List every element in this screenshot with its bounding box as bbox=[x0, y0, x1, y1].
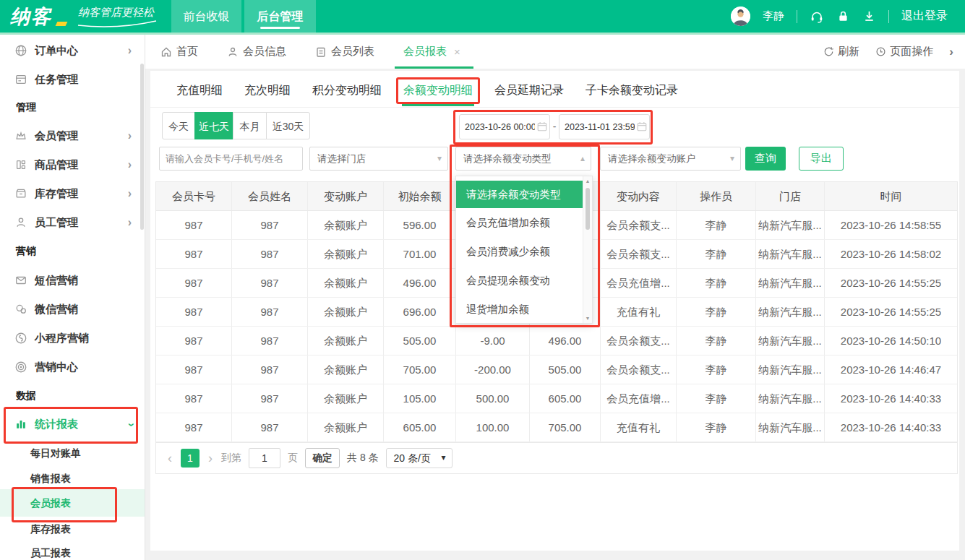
sidebar-section-marketing: 营销 bbox=[0, 238, 145, 264]
sidebar-subitem-daily-statement[interactable]: 每日对账单 bbox=[0, 440, 145, 466]
logo-accent-mark bbox=[56, 22, 68, 26]
subtab-active-underline bbox=[402, 104, 474, 106]
sidebar-item-goods-management[interactable]: 商品管理 › bbox=[0, 152, 145, 178]
subtab-recharge-detail[interactable]: 充值明细 bbox=[176, 83, 223, 98]
sidebar-item-member-management[interactable]: 会员管理 › bbox=[0, 123, 145, 149]
quick-range-this-month[interactable]: 本月 bbox=[233, 112, 267, 139]
slogan-swoosh-icon bbox=[77, 20, 158, 27]
brand-slogan: 纳客管店更轻松 bbox=[78, 6, 154, 20]
goto-page-input[interactable] bbox=[249, 448, 280, 468]
quick-range-group: 今天 近七天 本月 近30天 bbox=[162, 112, 310, 139]
balance-change-type-dropdown: 请选择余额变动类型 会员充值增加余额 会员消费减少余额 会员提现余额变动 退货增… bbox=[455, 176, 593, 324]
clipboard-icon bbox=[315, 46, 327, 58]
prev-page-button[interactable]: ‹ bbox=[166, 451, 173, 466]
store-select[interactable]: 请选择门店 ▾ bbox=[309, 147, 448, 171]
chevron-right-icon: › bbox=[128, 152, 132, 178]
sidebar-item-wechat-marketing[interactable]: 微信营销 bbox=[0, 296, 145, 322]
report-subtabs: 充值明细 充次明细 积分变动明细 余额变动明细 会员延期记录 子卡余额变动记录 bbox=[176, 77, 678, 104]
crown-icon bbox=[14, 129, 27, 142]
inventory-box-icon bbox=[14, 187, 27, 200]
scrollbar-thumb[interactable] bbox=[586, 188, 590, 230]
user-avatar[interactable] bbox=[731, 7, 750, 26]
balance-change-account-select[interactable]: 请选择余额变动账户 ▾ bbox=[600, 147, 741, 171]
dropdown-option[interactable]: 退货增加余额 bbox=[456, 295, 583, 324]
tab-member-list[interactable]: 会员列表 bbox=[315, 35, 374, 69]
home-icon bbox=[160, 46, 172, 58]
col-member-name: 会员姓名 bbox=[232, 182, 308, 210]
page-operations-icon bbox=[875, 46, 886, 57]
chevron-down-icon: › bbox=[118, 423, 144, 426]
dropdown-option[interactable]: 会员消费减少余额 bbox=[456, 237, 583, 266]
member-search-input[interactable] bbox=[159, 147, 303, 171]
dropdown-scrollbar: ▲ ▼ bbox=[583, 176, 592, 323]
dropdown-option[interactable]: 会员提现余额变动 bbox=[456, 266, 583, 295]
header-right-cluster: 李静 退出登录 bbox=[731, 0, 965, 33]
chevron-right-icon: › bbox=[128, 38, 132, 64]
close-icon[interactable]: × bbox=[454, 46, 460, 58]
person-icon bbox=[14, 216, 27, 229]
sidebar-item-marketing-center[interactable]: 营销中心 bbox=[0, 354, 145, 380]
nav-backend-admin[interactable]: 后台管理 bbox=[244, 0, 316, 33]
sidebar-subitem-member-report[interactable]: 会员报表 bbox=[0, 489, 145, 517]
subtab-divider bbox=[150, 107, 959, 108]
col-change-content: 变动内容 bbox=[601, 182, 677, 210]
goto-confirm-button[interactable]: 确定 bbox=[305, 448, 340, 468]
next-page-button[interactable]: › bbox=[207, 451, 214, 466]
user-name[interactable]: 李静 bbox=[763, 9, 784, 23]
dropdown-option[interactable]: 会员充值增加余额 bbox=[456, 208, 583, 237]
pagination: ‹ 1 › 到第 页 确定 共 8 条 20 条/页 ▾ bbox=[156, 442, 957, 473]
chevron-right-icon: › bbox=[128, 210, 132, 236]
page-tabbar: 首页 会员信息 会员列表 会员报表 × 刷新 bbox=[145, 35, 965, 69]
subtab-balance-change-detail[interactable]: 余额变动明细 bbox=[403, 83, 473, 98]
calendar-icon[interactable] bbox=[536, 121, 548, 132]
report-card: 充值明细 充次明细 积分变动明细 余额变动明细 会员延期记录 子卡余额变动记录 … bbox=[150, 71, 959, 551]
sidebar-item-task-management[interactable]: 任务管理 bbox=[0, 66, 145, 92]
quick-range-last7days[interactable]: 近七天 bbox=[194, 112, 233, 139]
subtab-member-extension-records[interactable]: 会员延期记录 bbox=[494, 83, 564, 98]
customer-service-icon[interactable] bbox=[810, 9, 824, 24]
subtab-times-detail[interactable]: 充次明细 bbox=[244, 83, 291, 98]
chevron-right-icon[interactable]: › bbox=[949, 45, 953, 59]
export-button[interactable]: 导出 bbox=[799, 147, 844, 171]
subtab-subcard-balance-records[interactable]: 子卡余额变动记录 bbox=[586, 83, 678, 98]
refresh-button[interactable]: 刷新 bbox=[823, 45, 859, 59]
nav-front-cashier[interactable]: 前台收银 bbox=[171, 0, 241, 33]
sidebar-subitem-inventory-report[interactable]: 库存报表 bbox=[0, 516, 145, 542]
dropdown-option-selected[interactable]: 请选择余额变动类型 bbox=[456, 181, 583, 208]
envelope-icon bbox=[14, 274, 27, 287]
scroll-down-icon[interactable]: ▼ bbox=[583, 316, 592, 321]
sidebar-item-statistics-reports[interactable]: 统计报表 › bbox=[0, 411, 145, 437]
scroll-up-icon[interactable]: ▲ bbox=[583, 178, 592, 184]
page-operations-button[interactable]: 页面操作 bbox=[875, 45, 933, 59]
sidebar-subitem-staff-report[interactable]: 员工报表 bbox=[0, 540, 145, 560]
sidebar-item-order-center[interactable]: 订单中心 › bbox=[0, 38, 145, 64]
quick-range-last30days[interactable]: 近30天 bbox=[266, 112, 310, 139]
goto-label: 到第 bbox=[221, 452, 241, 465]
current-page-button[interactable]: 1 bbox=[181, 449, 200, 468]
sidebar-item-sms-marketing[interactable]: 短信营销 bbox=[0, 267, 145, 293]
tab-member-report[interactable]: 会员报表 × bbox=[403, 35, 460, 69]
subtab-points-change-detail[interactable]: 积分变动明细 bbox=[312, 83, 382, 98]
goods-icon bbox=[14, 158, 27, 171]
balance-change-type-select[interactable]: 请选择余额变动类型 ▴ bbox=[455, 147, 591, 171]
lock-icon[interactable] bbox=[836, 9, 850, 23]
page-size-select[interactable]: 20 条/页 ▾ bbox=[386, 448, 453, 468]
tab-home[interactable]: 首页 bbox=[160, 35, 198, 69]
avatar-person-icon bbox=[731, 7, 750, 26]
person-icon bbox=[227, 46, 239, 58]
quick-range-today[interactable]: 今天 bbox=[162, 112, 195, 139]
chevron-up-icon: ▴ bbox=[580, 147, 585, 170]
logout-button[interactable]: 退出登录 bbox=[901, 9, 948, 24]
sidebar-item-inventory-management[interactable]: 库存管理 › bbox=[0, 181, 145, 207]
globe-icon bbox=[14, 44, 27, 57]
sidebar-item-staff-management[interactable]: 员工管理 › bbox=[0, 210, 145, 236]
download-icon[interactable] bbox=[862, 9, 876, 23]
sidebar-scrollbar[interactable] bbox=[140, 64, 144, 230]
sidebar-subitem-sales-report[interactable]: 销售报表 bbox=[0, 465, 145, 491]
calendar-icon[interactable] bbox=[636, 121, 648, 132]
sidebar: 订单中心 › 任务管理 管理 会员管理 › 商品管理 › 库存管理 › 员工管 bbox=[0, 35, 145, 560]
query-button[interactable]: 查询 bbox=[745, 147, 786, 171]
sidebar-item-miniprogram-marketing[interactable]: 小程序营销 bbox=[0, 325, 145, 351]
dropdown-options: 请选择余额变动类型 会员充值增加余额 会员消费减少余额 会员提现余额变动 退货增… bbox=[456, 176, 592, 328]
tab-member-info[interactable]: 会员信息 bbox=[227, 35, 286, 69]
